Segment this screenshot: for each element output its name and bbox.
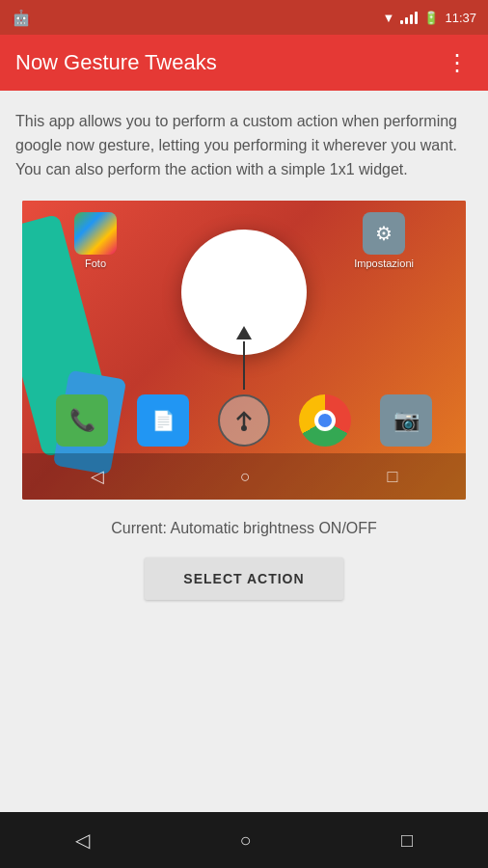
time-display: 11:37 [445,11,476,25]
home-screen-bg: Foto ⚙ Impostazioni 📞 [22,201,466,500]
gear-icon-circle: ⚙ [363,212,405,255]
screenshot-recents-btn: □ [387,467,397,487]
gear-icon: ⚙ [375,222,393,245]
status-bar: 🤖 ▼ 🔋 11:37 [0,0,488,35]
photos-icon-circle [74,212,117,255]
chrome-app-icon [299,394,351,447]
chrome-inner-circle [314,410,336,431]
foto-label: Foto [74,258,117,269]
home-button[interactable]: ○ [239,829,251,852]
svg-point-1 [241,425,247,431]
overflow-menu-button[interactable]: ⋮ [442,45,473,80]
demo-screenshot: Foto ⚙ Impostazioni 📞 [22,201,466,500]
wifi-icon: ▼ [383,11,395,25]
android-icon: 🤖 [12,9,31,27]
system-nav-bar: ◁ ○ □ [0,812,488,868]
main-content: This app allows you to perform a custom … [0,91,488,812]
docs-app-icon: 📄 [137,394,189,447]
screenshot-nav-bar: ◁ ○ □ [22,453,466,500]
signal-bars [400,11,418,24]
recents-button[interactable]: □ [401,829,413,852]
phone-app-icon: 📞 [56,394,108,447]
gesture-button-icon [218,394,270,447]
docs-icon: 📄 [151,409,176,432]
battery-icon: 🔋 [423,11,439,25]
back-button[interactable]: ◁ [75,828,90,852]
arrow-line [243,341,245,390]
app-title: Now Gesture Tweaks [15,50,217,75]
screenshot-back-btn: ◁ [91,466,104,487]
status-bar-left: 🤖 [12,9,31,27]
up-arrow-icon [230,407,258,434]
status-bar-right: ▼ 🔋 11:37 [383,11,476,25]
phone-icon: 📞 [69,408,95,433]
impostazioni-label: Impostazioni [354,258,414,269]
camera-app-icon: 📷 [380,394,432,447]
impostazioni-app-icon: ⚙ Impostazioni [354,212,414,269]
screenshot-home-btn: ○ [240,467,251,487]
current-status-text: Current: Automatic brightness ON/OFF [111,517,377,540]
gesture-arrow [236,326,252,390]
toolbar: Now Gesture Tweaks ⋮ [0,35,488,91]
app-description: This app allows you to perform a custom … [15,110,473,181]
bottom-icons-row: 📞 📄 📷 [22,394,466,447]
arrow-head [236,326,252,339]
select-action-button[interactable]: SELECT ACTION [145,557,342,600]
foto-app-icon: Foto [74,212,117,269]
camera-icon: 📷 [393,408,420,433]
